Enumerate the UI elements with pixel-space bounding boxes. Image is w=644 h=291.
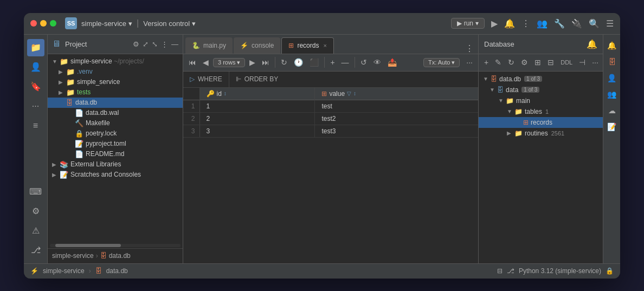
expand-icon[interactable]: ⤢ [143,40,149,48]
right-icon-cloud[interactable]: ☁ [606,104,619,117]
db-more-icon[interactable]: ··· [590,57,601,68]
nav-prev-icon[interactable]: ◀ [201,57,211,68]
tab-close-icon[interactable]: × [323,42,326,49]
table-row[interactable]: 1 1 test [183,100,478,112]
db-grid-icon[interactable]: ⊞ [532,57,543,68]
cell-id[interactable]: 1 [199,100,315,112]
status-file[interactable]: data.db [106,267,128,275]
sidebar-item-alert[interactable]: ⚠ [27,222,44,240]
minimize-button[interactable] [40,20,47,27]
sidebar-item-vcs[interactable]: 👤 [27,59,44,76]
tab-main-py[interactable]: 🐍 main.py [185,37,233,54]
sidebar-item-bookmarks[interactable]: 🔖 [27,78,44,95]
nav-next-icon[interactable]: ▶ [247,57,257,68]
sidebar-item-more[interactable]: ··· [27,98,44,115]
more-options-icon[interactable]: ··· [464,57,475,68]
ddl-label[interactable]: DDL [558,58,575,67]
table-row[interactable]: 3 3 test3 [183,125,478,137]
status-project[interactable]: simple-service [43,267,85,275]
status-icon-left[interactable]: ⊟ [497,267,503,275]
more-icon[interactable]: ⋮ [521,18,530,29]
tab-console[interactable]: ⚡ console [234,37,280,54]
play-icon[interactable]: ▶ [491,18,498,29]
right-icon-db[interactable]: 🗄 [606,55,619,68]
menu-icon[interactable]: ☰ [606,18,614,29]
collapse-icon[interactable]: ⤡ [152,40,158,48]
cell-value[interactable]: test2 [315,112,478,125]
add-db-icon[interactable]: + [482,57,491,68]
table-row[interactable]: 2 2 test2 [183,112,478,125]
tree-item-root[interactable]: ▼ 📁 simple-service ~/projects/ [48,56,183,67]
breadcrumb-file[interactable]: data.db [109,252,131,260]
cell-value[interactable]: test3 [315,125,478,137]
tab-records[interactable]: ⊞ records × [281,37,333,54]
tree-item-external-libs[interactable]: ▶ 📚 External Libraries [48,159,183,170]
tree-item-tests[interactable]: ▶ 📁 tests [48,87,183,98]
bell-icon[interactable]: 🔔 [504,18,515,29]
users-icon[interactable]: 👥 [537,18,548,29]
tree-item-readme[interactable]: ▶ 📄 README.md [48,149,183,159]
cell-value[interactable]: test [315,100,478,112]
tree-item-scratches[interactable]: ▶ 📝 Scratches and Consoles [48,170,183,180]
reload-icon[interactable]: ↺ [358,57,369,68]
nav-first-icon[interactable]: ⏮ [186,57,198,68]
version-control[interactable]: Version control ▾ [143,20,196,28]
close-button[interactable] [30,20,37,27]
settings-icon[interactable]: ⚙ [133,40,139,48]
sidebar-item-settings[interactable]: ⚙ [27,203,44,220]
settings-icon[interactable]: 🔧 [554,18,565,29]
edit-db-icon[interactable]: ✎ [493,57,504,68]
order-by-label[interactable]: ORDER BY [244,75,279,83]
project-name[interactable]: simple-service ▾ [81,20,132,28]
db-tree-item-datadb[interactable]: ▼ 🗄 data.db 1 of 3 [479,74,603,85]
rows-badge[interactable]: 3 rows ▾ [213,58,245,67]
db-tree-item-tables[interactable]: ▼ 📁 tables 1 [479,106,603,117]
more-icon[interactable]: ⋮ [161,40,168,48]
notification-icon[interactable]: 🔔 [587,39,597,49]
tree-item-data-db[interactable]: ▶ 🗄 data.db [48,98,183,108]
nav-last-icon[interactable]: ⏭ [260,57,272,68]
eye-icon[interactable]: 👁 [371,57,383,68]
db-tree-item-schema[interactable]: ▼ 🗄 data 1 of 3 [479,85,603,95]
refresh-db-icon[interactable]: ↻ [506,57,517,68]
sidebar-item-terminal[interactable]: ⌨ [27,183,44,201]
cell-id[interactable]: 2 [199,112,315,125]
plugin-icon[interactable]: 🔌 [571,18,582,29]
right-icon-user[interactable]: 👤 [606,72,619,85]
where-label[interactable]: WHERE [198,75,222,83]
sidebar-item-project[interactable]: 📁 [27,39,44,56]
stop-icon[interactable]: ⬛ [307,57,321,68]
sidebar-item-layers[interactable]: ≡ [27,117,44,134]
tree-item-pyproject[interactable]: ▶ 📝 pyproject.toml [48,139,183,149]
tree-item-data-db-wal[interactable]: ▶ 📄 data.db.wal [48,108,183,118]
tree-item-simple-service[interactable]: ▶ 📁 simple_service [48,77,183,87]
tree-item-venv[interactable]: ▶ 📁 .venv [48,67,183,77]
run-button[interactable]: ▶ run ▾ [451,18,485,29]
db-settings-icon[interactable]: ⚙ [519,57,530,68]
add-row-icon[interactable]: + [328,57,337,68]
status-icon-git[interactable]: ⎇ [507,267,514,275]
breadcrumb-project[interactable]: simple-service [52,252,94,260]
tree-item-makefile[interactable]: ▶ 🔨 Makefile [48,118,183,128]
cell-id[interactable]: 3 [199,125,315,137]
close-icon[interactable]: — [171,40,178,48]
db-tree-item-records[interactable]: ▶ ⊞ records [479,117,603,128]
db-split-icon[interactable]: ⊣ [577,57,588,68]
right-icon-edit[interactable]: 📝 [606,120,619,133]
refresh-icon[interactable]: ↻ [279,57,289,68]
tree-item-poetry-lock[interactable]: ▶ 🔒 poetry.lock [48,128,183,139]
db-tree-item-routines[interactable]: ▶ 📁 routines 2561 [479,128,603,139]
history-icon[interactable]: 🕐 [292,57,305,68]
col-header-value[interactable]: ⊞ value ▽ ↕ [315,88,478,100]
export-icon[interactable]: 📤 [385,57,399,68]
tab-more-icon[interactable]: ⋮ [461,43,478,54]
right-icon-notify[interactable]: 🔔 [606,39,619,52]
right-icon-users[interactable]: 👥 [606,88,619,101]
status-python[interactable]: Python 3.12 (simple-service) [519,267,601,275]
scrollbar-track[interactable] [50,244,181,247]
col-header-id[interactable]: 🔑 id ↕ [199,88,315,100]
db-tree-item-main[interactable]: ▼ 📁 main [479,95,603,106]
tx-badge[interactable]: Tx: Auto ▾ [423,58,460,67]
db-table-icon[interactable]: ⊟ [545,57,556,68]
search-icon[interactable]: 🔍 [589,18,600,29]
